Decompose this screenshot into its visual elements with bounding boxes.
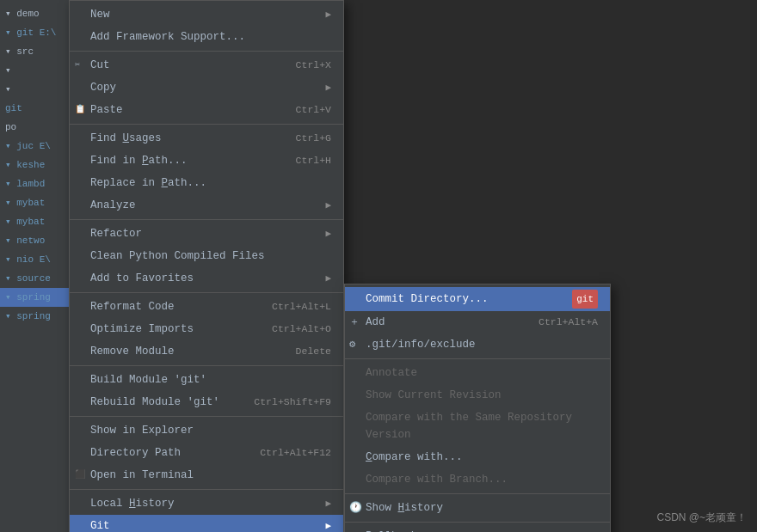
- submenu-item-rollback[interactable]: ↩ Rollback... Ctrl+Alt+Z: [345, 525, 610, 532]
- paste-icon: 📋: [75, 101, 85, 119]
- git-label: git: [572, 290, 598, 309]
- menu-item-replace-path[interactable]: Replace in Path...: [70, 172, 343, 194]
- menu-item-reformat[interactable]: Reformat Code Ctrl+Alt+L: [70, 296, 343, 318]
- submenu-item-compare-branch: Compare with Branch...: [345, 468, 610, 491]
- sidebar-item-gitfile[interactable]: git: [0, 99, 72, 118]
- terminal-icon: ⬛: [75, 467, 85, 484]
- menu-item-analyze[interactable]: Analyze ▶: [70, 194, 343, 217]
- sidebar-item-source[interactable]: ▾ source: [0, 269, 72, 288]
- menu-item-copy[interactable]: Copy ▶: [70, 76, 343, 99]
- analyze-arrow-icon: ▶: [325, 197, 331, 214]
- separator-5: [70, 365, 343, 366]
- sidebar-item-nio[interactable]: ▾ nio E\: [0, 250, 72, 269]
- menu-item-remove-module[interactable]: Remove Module Delete: [70, 340, 343, 363]
- separator-2: [70, 124, 343, 125]
- submenu-item-add[interactable]: ＋ Add Ctrl+Alt+A: [345, 311, 610, 333]
- add-icon: ＋: [349, 314, 360, 331]
- menu-item-cut[interactable]: ✂ Cut Ctrl+X: [70, 54, 343, 76]
- submenu-item-exclude[interactable]: ⚙ .git/info/exclude: [345, 333, 610, 356]
- submenu-item-compare-with[interactable]: Compare with...: [345, 446, 610, 468]
- sidebar-item-keshe[interactable]: ▾ keshe: [0, 156, 72, 174]
- favorites-arrow-icon: ▶: [325, 270, 331, 287]
- separator-1: [70, 51, 343, 52]
- sidebar-item-folder1[interactable]: ▾: [0, 61, 72, 80]
- sidebar-item-netwo[interactable]: ▾ netwo: [0, 231, 72, 250]
- submenu-item-show-history[interactable]: 🕐 Show History: [345, 497, 610, 519]
- sidebar-item-demo[interactable]: ▾ demo: [0, 4, 72, 23]
- menu-item-clean-python[interactable]: Clean Python Compiled Files: [70, 245, 343, 267]
- cut-icon: ✂: [75, 57, 80, 74]
- arrow-icon: ▶: [325, 6, 331, 23]
- settings-icon: ⚙: [349, 336, 355, 353]
- sidebar-item-src[interactable]: ▾ src: [0, 42, 72, 61]
- submenu-separator-3: [345, 522, 610, 523]
- sidebar-item-spring1[interactable]: ▾ spring: [0, 288, 72, 307]
- separator-7: [70, 489, 343, 490]
- watermark: CSDN @~老顽童！: [656, 511, 747, 525]
- menu-item-new[interactable]: New ▶: [70, 3, 343, 26]
- local-history-arrow-icon: ▶: [325, 495, 331, 512]
- menu-item-show-explorer[interactable]: Show in Explorer: [70, 419, 343, 442]
- separator-3: [70, 219, 343, 220]
- copy-arrow-icon: ▶: [325, 79, 331, 96]
- submenu-item-show-revision: Show Current Revision: [345, 384, 610, 407]
- context-menu: New ▶ Add Framework Support... ✂ Cut Ctr…: [69, 0, 344, 532]
- menu-item-refactor[interactable]: Refactor ▶: [70, 223, 343, 245]
- sidebar-item-mybat1[interactable]: ▾ mybat: [0, 193, 72, 212]
- menu-item-build[interactable]: Build Module 'git': [70, 369, 343, 391]
- menu-item-local-history[interactable]: Local History ▶: [70, 492, 343, 515]
- sidebar: ▾ demo ▾ git E:\ ▾ src ▾ ▾ git po ▾ juc …: [0, 0, 73, 532]
- menu-item-favorites[interactable]: Add to Favorites ▶: [70, 267, 343, 290]
- menu-item-terminal[interactable]: ⬛ Open in Terminal: [70, 464, 343, 486]
- git-submenu: Commit Directory... git ＋ Add Ctrl+Alt+A…: [344, 284, 611, 532]
- menu-item-optimize[interactable]: Optimize Imports Ctrl+Alt+O: [70, 318, 343, 340]
- menu-item-paste[interactable]: 📋 Paste Ctrl+V: [70, 99, 343, 121]
- submenu-separator-2: [345, 493, 610, 494]
- sidebar-item-mybat2[interactable]: ▾ mybat: [0, 212, 72, 231]
- menu-item-find-path[interactable]: Find in Path... Ctrl+H: [70, 150, 343, 172]
- submenu-item-commit[interactable]: Commit Directory... git: [345, 287, 610, 311]
- submenu-separator-1: [345, 358, 610, 359]
- menu-item-rebuild[interactable]: Rebuild Module 'git' Ctrl+Shift+F9: [70, 391, 343, 413]
- menu-item-directory-path[interactable]: Directory Path Ctrl+Alt+F12: [70, 442, 343, 464]
- sidebar-item-juc[interactable]: ▾ juc E\: [0, 137, 72, 156]
- submenu-item-annotate: Annotate: [345, 362, 610, 384]
- separator-4: [70, 292, 343, 293]
- submenu-item-compare-same: Compare with the Same Repository Version: [345, 407, 610, 446]
- sidebar-item-lambd[interactable]: ▾ lambd: [0, 174, 72, 193]
- menu-item-framework[interactable]: Add Framework Support...: [70, 26, 343, 48]
- rollback-icon: ↩: [349, 528, 355, 532]
- menu-item-find-usages[interactable]: Find Usages Ctrl+G: [70, 127, 343, 150]
- sidebar-item-git[interactable]: ▾ git E:\: [0, 23, 72, 42]
- separator-6: [70, 416, 343, 417]
- sidebar-item-spring2[interactable]: ▾ spring: [0, 307, 72, 326]
- clock-icon: 🕐: [349, 499, 362, 517]
- sidebar-item-po[interactable]: po: [0, 118, 72, 137]
- git-arrow-icon: ▶: [325, 517, 331, 532]
- sidebar-item-folder2[interactable]: ▾: [0, 80, 72, 99]
- menu-item-git[interactable]: Git ▶: [70, 515, 343, 532]
- refactor-arrow-icon: ▶: [325, 225, 331, 242]
